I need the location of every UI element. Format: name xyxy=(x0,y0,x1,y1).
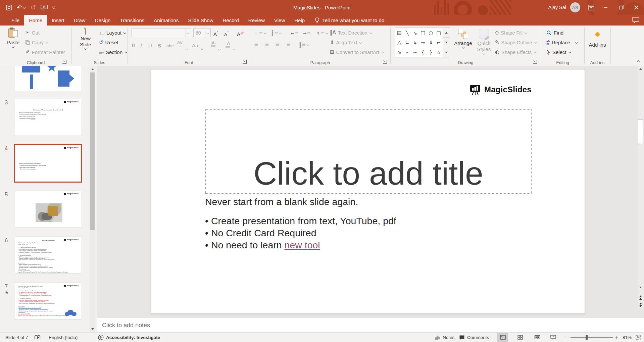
thumbnail-scroll-down-button[interactable] xyxy=(90,326,95,332)
accessibility-checker-button[interactable]: Accessibility: Investigate xyxy=(98,333,160,342)
copy-button[interactable]: Copy xyxy=(26,38,49,47)
find-button[interactable]: Find xyxy=(546,28,563,37)
fit-slide-to-window-button[interactable] xyxy=(636,333,641,342)
align-left-button[interactable]: ≡ xyxy=(254,40,258,49)
bullets-chevron-icon[interactable] xyxy=(264,32,267,34)
font-size-select[interactable]: 80 xyxy=(193,29,211,37)
text-shadow-button[interactable]: S xyxy=(158,40,161,48)
bullets-button[interactable]: ⋮≡ xyxy=(254,29,267,38)
font-size-chevron-icon[interactable] xyxy=(205,29,210,37)
spellcheck-button[interactable] xyxy=(34,333,41,342)
change-case-button[interactable]: Aa xyxy=(192,40,198,48)
font-color-chevron[interactable] xyxy=(233,42,236,50)
tab-record[interactable]: Record xyxy=(218,15,243,26)
shape-outline-button[interactable]: ✎ Shape Outline xyxy=(495,38,537,47)
oval-icon[interactable]: ○ xyxy=(427,28,435,38)
thumbnail-slide-4[interactable]: MagicSlides Never start from a blank sli… xyxy=(14,144,82,183)
paste-button[interactable]: Paste xyxy=(3,28,23,63)
strikethrough-button[interactable]: abc xyxy=(166,40,174,48)
elbow-connector-icon[interactable]: ∟ xyxy=(403,38,411,47)
align-right-button[interactable]: ≡ xyxy=(276,40,280,49)
next-slide-button[interactable] xyxy=(638,303,643,307)
thumbnail-slide-3[interactable]: MagicSlides Professional Presentations i… xyxy=(15,99,81,136)
new-tool-link[interactable]: new tool xyxy=(285,240,320,250)
shape-gallery-more-button[interactable] xyxy=(443,47,450,57)
numbering-chevron-icon[interactable] xyxy=(279,32,282,34)
restore-button[interactable] xyxy=(613,0,629,15)
line-icon[interactable]: ╲ xyxy=(403,28,411,38)
canvas-scrollbar-thumb[interactable] xyxy=(638,119,643,144)
thumbnail-slide-5[interactable]: MagicSlides xyxy=(15,191,81,228)
triangle-icon[interactable]: △ xyxy=(395,38,403,47)
thumbnail-slide-2[interactable]: ★ xyxy=(15,66,81,91)
shape-gallery-down-button[interactable] xyxy=(443,38,450,47)
font-color-button[interactable]: A xyxy=(226,40,230,48)
align-center-button[interactable]: ≡ xyxy=(265,40,269,49)
arrange-button[interactable]: Arrange xyxy=(453,28,474,63)
tab-insert[interactable]: Insert xyxy=(47,15,69,26)
tell-me-box[interactable]: Tell me what you want to do xyxy=(315,15,384,26)
undo-button[interactable]: ↶ xyxy=(17,4,26,11)
format-painter-button[interactable]: ✐ Format Painter xyxy=(26,48,65,57)
bold-button[interactable]: B xyxy=(132,40,135,48)
reset-button[interactable]: ↺ Reset xyxy=(99,38,118,47)
change-case-chevron[interactable] xyxy=(201,42,204,50)
quick-styles-button[interactable]: Quick Styles xyxy=(474,28,494,63)
thumbnail-scrollbar-thumb[interactable] xyxy=(90,72,95,230)
zoom-out-button[interactable]: − xyxy=(564,333,567,342)
tab-animations[interactable]: Animations xyxy=(149,15,183,26)
align-text-button[interactable]: ⇕ Align Text xyxy=(330,38,362,47)
title-placeholder[interactable]: Click to add title xyxy=(205,109,532,194)
text-direction-button[interactable]: ‖A Text Direction xyxy=(330,28,373,37)
zoom-slider[interactable] xyxy=(571,337,613,338)
start-slideshow-button[interactable] xyxy=(41,5,48,10)
customize-qat-button[interactable] xyxy=(52,6,55,9)
slide-editing-surface[interactable]: MagicSlides Click to add title Never sta… xyxy=(151,69,585,314)
cut-button[interactable]: ✂ Cut xyxy=(26,28,40,37)
line-spacing-chevron-icon[interactable] xyxy=(326,32,329,34)
select-button[interactable]: Select xyxy=(546,48,572,57)
star-icon[interactable]: ☆ xyxy=(435,47,443,57)
reading-view-button[interactable] xyxy=(532,333,543,342)
comments-toggle-button[interactable]: Comments xyxy=(459,333,489,342)
line-arrow-icon[interactable]: ↘ xyxy=(411,28,419,38)
thumbnail-scrollbar[interactable] xyxy=(90,66,95,332)
character-spacing-chevron[interactable] xyxy=(185,42,188,50)
character-spacing-button[interactable]: AV↔ xyxy=(177,40,183,48)
zoom-slider-handle[interactable] xyxy=(586,335,588,340)
zoom-in-button[interactable]: + xyxy=(615,333,618,342)
account-name[interactable]: Ajay Sai xyxy=(548,5,566,10)
tab-draw[interactable]: Draw xyxy=(69,15,90,26)
tab-view[interactable]: View xyxy=(269,15,290,26)
rectangle-icon[interactable]: □ xyxy=(419,28,427,38)
underline-button[interactable]: U xyxy=(148,40,152,48)
convert-smartart-button[interactable]: ⊞ Convert to SmartArt xyxy=(330,48,384,57)
snip-corner-icon[interactable]: ⌐ xyxy=(435,38,443,47)
scribble-icon[interactable]: ∿ xyxy=(395,47,403,57)
right-arrow-icon[interactable]: ⇒ xyxy=(419,38,427,47)
slide-indicator[interactable]: Slide 4 of 7 xyxy=(5,333,28,342)
right-brace-icon[interactable]: } xyxy=(427,47,435,57)
minimize-button[interactable] xyxy=(598,0,613,15)
previous-slide-button[interactable] xyxy=(638,295,643,300)
tab-home[interactable]: Home xyxy=(24,15,47,26)
increase-indent-button[interactable]: →≡ xyxy=(303,29,311,38)
notes-toggle-button[interactable]: Notes xyxy=(435,333,454,342)
thumbnail-7-animation-star-icon[interactable]: ★ xyxy=(5,290,9,295)
section-button[interactable]: Section xyxy=(99,48,128,57)
replace-button[interactable]: abac Replace xyxy=(546,38,578,47)
thumbnail-slide-7[interactable]: MagicSlides Marketing Team Meeting – Age… xyxy=(15,283,81,320)
font-name-chevron-icon[interactable] xyxy=(186,29,191,37)
ribbon-display-options-button[interactable] xyxy=(584,0,598,15)
columns-chevron-icon[interactable] xyxy=(306,44,309,46)
notes-pane[interactable]: Click to add notes xyxy=(97,318,644,332)
shape-effects-button[interactable]: ◐ Shape Effects xyxy=(495,48,537,57)
tab-transitions[interactable]: Transitions xyxy=(115,15,149,26)
zoom-level[interactable]: 81% xyxy=(623,333,632,342)
italic-button[interactable]: I xyxy=(140,40,142,48)
tab-design[interactable]: Design xyxy=(90,15,115,26)
addins-button[interactable]: Add-ins xyxy=(587,28,608,63)
line-spacing-button[interactable]: ↕≡ xyxy=(316,29,329,38)
left-brace-icon[interactable]: { xyxy=(419,47,427,57)
slideshow-view-button[interactable] xyxy=(548,333,558,342)
